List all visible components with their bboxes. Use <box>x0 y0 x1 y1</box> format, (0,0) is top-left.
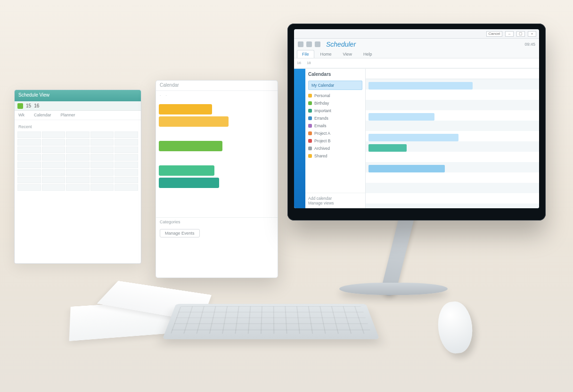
sidebar-item-label: Personal <box>314 93 330 98</box>
monitor: Cancel – ▢ × Scheduler 09:45 File Home V… <box>287 24 546 220</box>
app-brand: Scheduler <box>326 41 356 48</box>
sidebar-item-label: Shared <box>314 154 327 158</box>
sidebar-item-label: Project A <box>314 131 330 136</box>
sidebar-item-3[interactable]: Errands <box>305 114 365 122</box>
panel-title: Schedule View <box>15 90 141 101</box>
sidebar-item-8[interactable]: Shared <box>305 152 365 160</box>
ribbon-strip: 16 18 <box>294 58 539 67</box>
ribbon-num-1: 16 <box>297 61 301 65</box>
dot-icon <box>308 124 312 128</box>
os-close-button[interactable]: × <box>528 31 536 37</box>
status-icon <box>17 103 23 109</box>
os-maximize-button[interactable]: ▢ <box>516 31 525 37</box>
quick-icon-2[interactable] <box>306 41 312 47</box>
sidebar-item-label: Important <box>314 108 331 113</box>
sidebar-item-0[interactable]: Personal <box>305 92 365 99</box>
panel-tabs: Wk Calendar Planner <box>15 111 141 120</box>
monitor-base <box>339 283 448 295</box>
sidebar-item-4[interactable]: Emails <box>305 122 365 130</box>
app-chrome: Scheduler 09:45 File Home View Help 16 1… <box>294 39 539 69</box>
calendar-event-3[interactable] <box>368 134 458 141</box>
calendar-event-1[interactable] <box>368 82 473 90</box>
quick-icon-3[interactable] <box>315 41 320 47</box>
app-body: Calendars My Calendar Personal Birthday … <box>294 69 539 208</box>
panel-tab-week[interactable]: Wk <box>18 113 25 118</box>
dot-icon <box>308 154 312 158</box>
floating-events-panel: Calendar · · Categories Manage Events <box>156 80 278 278</box>
calendar-grid[interactable] <box>366 69 539 208</box>
sidebar-footer-2[interactable]: Manage views <box>308 201 362 205</box>
sidebar-item-label: Emails <box>314 123 327 128</box>
dot-icon <box>308 131 312 135</box>
header-clock: 09:45 <box>524 42 535 47</box>
dot-icon <box>308 147 312 150</box>
event-block-mint[interactable] <box>159 165 214 176</box>
events-panel-tabs: · · <box>156 91 278 99</box>
calendar-event-2[interactable] <box>368 113 434 121</box>
day-num-2[interactable]: 16 <box>34 103 39 108</box>
sidebar-item-2[interactable]: Important <box>305 107 365 114</box>
events-tab-2[interactable]: · <box>166 93 167 98</box>
event-block-yellow-2[interactable] <box>159 116 229 127</box>
event-block-green[interactable] <box>159 141 222 151</box>
tab-home[interactable]: Home <box>315 50 337 58</box>
sidebar-item-1[interactable]: Birthday <box>305 99 365 107</box>
sidebar-item-7[interactable]: Archived <box>305 145 365 152</box>
sidebar-section-title: Calendars <box>305 69 365 79</box>
nav-rail[interactable] <box>294 69 305 208</box>
dot-icon <box>308 139 312 143</box>
tab-help[interactable]: Help <box>358 50 377 58</box>
sidebar-item-label: Project B <box>314 139 331 143</box>
sidebar-footer-1[interactable]: Add calendar <box>308 196 362 201</box>
calendar-event-5[interactable] <box>368 165 445 172</box>
panel-tab-planner[interactable]: Planner <box>61 113 75 118</box>
quick-icon-1[interactable] <box>298 41 303 47</box>
calendar-event-4[interactable] <box>368 144 407 152</box>
events-footer-label: Categories <box>156 217 278 226</box>
os-titlebar: Cancel – ▢ × <box>294 29 539 39</box>
floating-calendar-panel: Schedule View 15 16 Wk Calendar Planner … <box>14 90 141 264</box>
events-panel-title: Calendar <box>156 81 278 91</box>
sidebar-item-label: Archived <box>314 146 330 151</box>
tab-view[interactable]: View <box>338 50 357 58</box>
sidebar-item-6[interactable]: Project B <box>305 137 365 145</box>
dot-icon <box>308 109 312 113</box>
section-label: Recent <box>16 123 139 131</box>
events-blocks <box>156 99 278 217</box>
ribbon-num-2: 18 <box>307 61 311 65</box>
keyboard <box>163 304 380 339</box>
os-button-cancel[interactable]: Cancel <box>486 31 502 37</box>
dot-icon <box>308 101 312 105</box>
events-tab-1[interactable]: · <box>160 93 161 98</box>
sidebar: Calendars My Calendar Personal Birthday … <box>305 69 366 208</box>
mouse <box>435 300 475 355</box>
dot-icon <box>308 116 312 120</box>
event-block-teal[interactable] <box>159 178 219 188</box>
sidebar-highlight[interactable]: My Calendar <box>308 81 362 90</box>
panel-tab-calendar[interactable]: Calendar <box>34 113 51 118</box>
dot-icon <box>308 94 312 98</box>
tab-file[interactable]: File <box>297 50 314 58</box>
calendar-column-header <box>366 69 539 79</box>
day-num-1[interactable]: 15 <box>26 103 31 108</box>
event-block-yellow-1[interactable] <box>159 104 212 114</box>
sidebar-item-label: Errands <box>314 116 328 121</box>
mini-grid <box>16 131 139 192</box>
sidebar-item-label: Birthday <box>314 101 329 106</box>
ribbon-tabs: File Home View Help <box>294 50 539 58</box>
os-minimize-button[interactable]: – <box>505 31 514 37</box>
panel-toolbar: 15 16 <box>15 101 141 111</box>
sidebar-item-5[interactable]: Project A <box>305 130 365 137</box>
events-footer-button[interactable]: Manage Events <box>160 229 200 237</box>
